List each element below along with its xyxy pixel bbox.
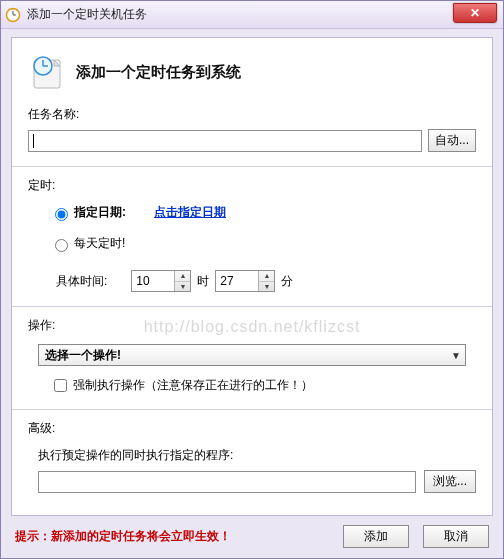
- hint-text: 提示：新添加的定时任务将会立即生效！: [15, 528, 329, 545]
- app-icon: [5, 7, 21, 23]
- minute-spinner[interactable]: ▲▼: [215, 270, 275, 292]
- separator: [12, 306, 492, 307]
- document-clock-icon: [28, 52, 68, 92]
- specify-date-label: 指定日期:: [74, 204, 126, 221]
- program-path-input[interactable]: [38, 471, 416, 493]
- action-combo[interactable]: 选择一个操作! ▼: [38, 344, 466, 366]
- advanced-section-label: 高级:: [28, 420, 476, 437]
- action-section-label: 操作:: [28, 317, 476, 334]
- specify-date-link[interactable]: 点击指定日期: [154, 204, 226, 221]
- hour-stepper[interactable]: ▲▼: [174, 271, 190, 291]
- content-panel: 添加一个定时任务到系统 任务名称: 自动... 定时: 指定日期: 点击指定日期…: [11, 37, 493, 516]
- header-title: 添加一个定时任务到系统: [76, 63, 241, 82]
- daily-radio[interactable]: [55, 239, 68, 252]
- svg-point-1: [12, 8, 14, 10]
- minute-stepper[interactable]: ▲▼: [258, 271, 274, 291]
- add-button[interactable]: 添加: [343, 525, 409, 548]
- minute-input[interactable]: [216, 271, 258, 291]
- hour-input[interactable]: [132, 271, 174, 291]
- cancel-button[interactable]: 取消: [423, 525, 489, 548]
- task-name-input[interactable]: [28, 130, 422, 152]
- titlebar: 添加一个定时关机任务 ✕: [1, 1, 503, 29]
- auto-name-button[interactable]: 自动...: [428, 129, 476, 152]
- force-label: 强制执行操作（注意保存正在进行的工作！）: [73, 377, 313, 394]
- timing-section-label: 定时:: [28, 177, 476, 194]
- close-button[interactable]: ✕: [453, 3, 497, 23]
- dialog-window: 添加一个定时关机任务 ✕ 添加一个定时任务到系统 任务名称:: [0, 0, 504, 559]
- window-title: 添加一个定时关机任务: [27, 6, 147, 23]
- action-combo-value: 选择一个操作!: [45, 347, 121, 364]
- daily-label: 每天定时!: [74, 235, 125, 252]
- time-label: 具体时间:: [56, 273, 107, 290]
- minute-unit: 分: [281, 273, 293, 290]
- header: 添加一个定时任务到系统: [28, 52, 476, 92]
- text-cursor: [33, 134, 34, 148]
- separator: [12, 409, 492, 410]
- close-icon: ✕: [470, 6, 480, 20]
- chevron-down-icon: ▼: [451, 350, 461, 361]
- browse-button[interactable]: 浏览...: [424, 470, 476, 493]
- footer-bar: 提示：新添加的定时任务将会立即生效！ 添加 取消: [15, 525, 489, 548]
- hour-spinner[interactable]: ▲▼: [131, 270, 191, 292]
- run-program-label: 执行预定操作的同时执行指定的程序:: [38, 447, 476, 464]
- hour-unit: 时: [197, 273, 209, 290]
- specify-date-radio[interactable]: [55, 208, 68, 221]
- task-name-label: 任务名称:: [28, 106, 476, 123]
- force-checkbox[interactable]: [54, 379, 67, 392]
- separator: [12, 166, 492, 167]
